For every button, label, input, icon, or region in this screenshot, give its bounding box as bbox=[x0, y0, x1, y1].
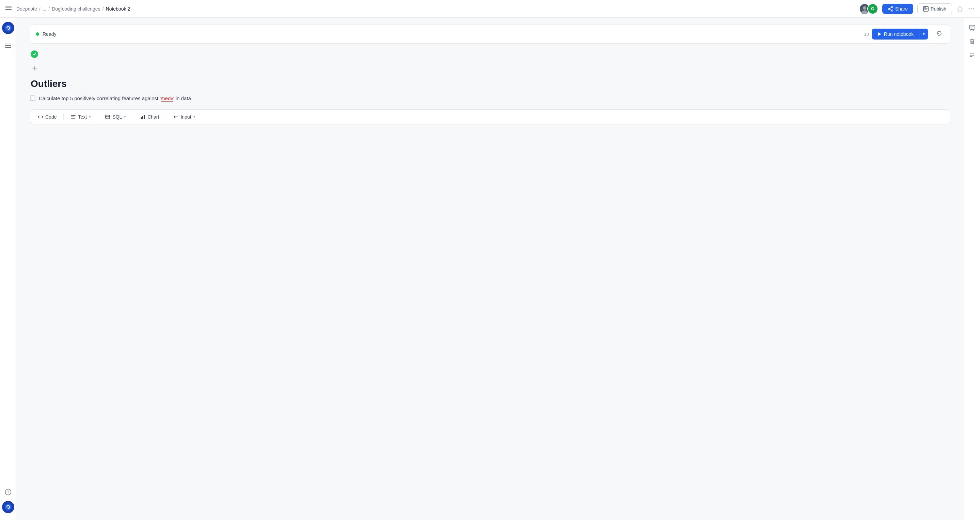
chart-cell-button[interactable]: Chart bbox=[135, 112, 164, 122]
svg-rect-21 bbox=[5, 44, 11, 44]
svg-rect-42 bbox=[971, 40, 974, 44]
publish-icon bbox=[923, 6, 929, 11]
share-label: Share bbox=[895, 6, 908, 11]
svg-rect-23 bbox=[5, 47, 11, 48]
cell-success-row bbox=[30, 49, 950, 61]
refresh-button[interactable] bbox=[934, 28, 944, 40]
run-notebook-button[interactable]: Run notebook bbox=[872, 29, 919, 40]
status-indicator bbox=[36, 32, 39, 36]
left-sidebar: ? bbox=[0, 18, 16, 520]
svg-point-26 bbox=[5, 504, 11, 510]
svg-point-19 bbox=[5, 24, 11, 31]
svg-point-8 bbox=[891, 10, 893, 11]
add-cell-button[interactable] bbox=[30, 63, 40, 73]
breadcrumb-ellipsis[interactable]: ... bbox=[43, 6, 47, 11]
avatar-group: G bbox=[859, 3, 878, 14]
separator-1 bbox=[63, 113, 64, 120]
right-sidebar bbox=[964, 18, 980, 520]
header-right: G Share Publish bbox=[859, 3, 975, 14]
kernel-info: 10 bbox=[864, 32, 869, 37]
section-title: Outliers bbox=[30, 78, 950, 89]
svg-rect-22 bbox=[5, 45, 11, 46]
svg-rect-14 bbox=[924, 10, 927, 10]
run-notebook-group: Run notebook ▾ bbox=[872, 29, 928, 40]
right-sidebar-list[interactable] bbox=[966, 49, 978, 61]
input-icon bbox=[173, 114, 178, 120]
code-cell-button[interactable]: Code bbox=[33, 112, 61, 122]
toolbar-right: 10 Run notebook ▾ bbox=[864, 28, 944, 40]
chart-label: Chart bbox=[148, 114, 159, 120]
input-label: Input bbox=[180, 114, 191, 120]
svg-rect-0 bbox=[5, 6, 11, 6]
content-area: Ready 10 Run notebook ▾ bbox=[16, 18, 964, 520]
code-label: Code bbox=[45, 114, 57, 120]
sql-cell-button[interactable]: SQL ▾ bbox=[100, 112, 131, 122]
text-label: Text bbox=[78, 114, 87, 120]
comments-icon bbox=[969, 24, 975, 31]
task-text: Calculate top 5 positively correlating f… bbox=[39, 95, 191, 102]
sidebar-menu-icon[interactable] bbox=[5, 5, 11, 13]
main-layout: ? Ready 10 bbox=[0, 18, 980, 520]
notebook-toolbar: Ready 10 Run notebook ▾ bbox=[30, 24, 950, 44]
deepnote-logo[interactable] bbox=[2, 22, 14, 34]
svg-rect-1 bbox=[5, 8, 11, 8]
svg-point-18 bbox=[973, 8, 974, 9]
breadcrumb-parent[interactable]: Dogfooding challenges bbox=[52, 6, 100, 11]
text-icon bbox=[70, 114, 76, 120]
svg-point-6 bbox=[891, 6, 893, 8]
avatar-user2[interactable]: G bbox=[867, 3, 878, 14]
svg-line-10 bbox=[889, 9, 891, 10]
sql-label: SQL bbox=[112, 114, 122, 120]
cell-type-bar: Code Text ▾ bbox=[30, 109, 950, 124]
deepnote-bottom-logo[interactable] bbox=[2, 501, 14, 513]
notebook-section: Outliers Calculate top 5 positively corr… bbox=[30, 78, 950, 124]
star-icon bbox=[956, 5, 964, 13]
right-sidebar-delete[interactable] bbox=[966, 35, 978, 48]
svg-point-16 bbox=[969, 8, 970, 9]
breadcrumb-home[interactable]: Deepnote bbox=[16, 6, 37, 11]
play-icon bbox=[877, 32, 882, 37]
text-cell-button[interactable]: Text ▾ bbox=[66, 112, 96, 122]
svg-point-27 bbox=[6, 507, 8, 508]
task-row: Calculate top 5 positively correlating f… bbox=[30, 95, 950, 102]
svg-point-34 bbox=[105, 115, 110, 116]
run-notebook-dropdown[interactable]: ▾ bbox=[919, 29, 928, 40]
refresh-icon bbox=[936, 30, 942, 37]
delete-icon bbox=[969, 38, 975, 45]
star-button[interactable] bbox=[956, 5, 964, 13]
svg-point-7 bbox=[888, 8, 889, 10]
breadcrumb-current: Notebook 2 bbox=[106, 6, 130, 11]
more-button[interactable] bbox=[968, 5, 975, 12]
svg-text:?: ? bbox=[7, 490, 9, 495]
task-text-before: Calculate top 5 positively correlating f… bbox=[39, 96, 161, 101]
sidebar-menu-toggle[interactable] bbox=[2, 40, 14, 52]
help-icon[interactable]: ? bbox=[2, 486, 14, 498]
status-text: Ready bbox=[43, 31, 56, 37]
svg-rect-35 bbox=[141, 117, 142, 119]
separator-4 bbox=[166, 113, 166, 120]
svg-point-20 bbox=[6, 28, 8, 29]
input-cell-button[interactable]: Input ▾ bbox=[168, 112, 200, 122]
text-arrow: ▾ bbox=[89, 115, 91, 119]
toolbar-left: Ready bbox=[36, 31, 56, 37]
task-checkbox[interactable] bbox=[30, 96, 35, 101]
breadcrumb: Deepnote / ... / Dogfooding challenges /… bbox=[5, 5, 130, 13]
svg-marker-28 bbox=[878, 32, 881, 36]
separator-3 bbox=[133, 113, 133, 120]
list-icon bbox=[969, 52, 975, 59]
svg-rect-2 bbox=[5, 9, 11, 10]
publish-label: Publish bbox=[931, 6, 946, 11]
right-sidebar-comments[interactable] bbox=[966, 22, 978, 34]
breadcrumb-sep1: / bbox=[39, 6, 41, 11]
sql-icon bbox=[105, 114, 110, 120]
svg-marker-15 bbox=[957, 6, 963, 12]
publish-button[interactable]: Publish bbox=[917, 3, 952, 14]
svg-line-9 bbox=[889, 8, 891, 8]
task-text-after: ' in data bbox=[173, 96, 191, 101]
more-icon bbox=[968, 5, 975, 12]
share-button[interactable]: Share bbox=[882, 4, 913, 14]
svg-point-17 bbox=[971, 8, 972, 9]
divider-toolbar bbox=[931, 31, 931, 37]
code-icon bbox=[38, 114, 43, 120]
sql-arrow: ▾ bbox=[124, 115, 126, 119]
